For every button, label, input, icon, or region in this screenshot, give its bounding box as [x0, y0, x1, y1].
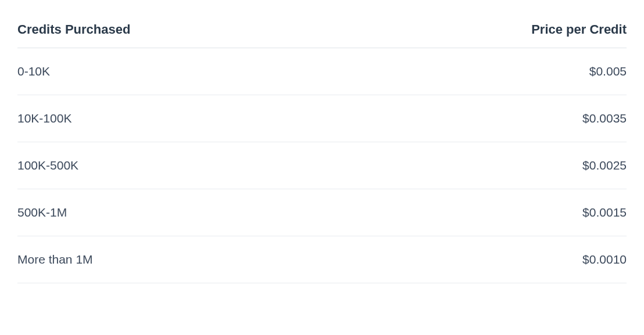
cell-price: $0.0025 — [582, 159, 627, 172]
header-price-per-credit: Price per Credit — [531, 22, 627, 37]
table-row: 500K-1M $0.0015 — [17, 189, 627, 236]
pricing-table: Credits Purchased Price per Credit 0-10K… — [17, 12, 627, 283]
cell-price: $0.005 — [589, 64, 627, 78]
table-row: 100K-500K $0.0025 — [17, 142, 627, 189]
cell-price: $0.0035 — [582, 111, 627, 125]
cell-price: $0.0015 — [582, 206, 627, 219]
table-row: 0-10K $0.005 — [17, 48, 627, 95]
cell-price: $0.0010 — [582, 253, 627, 266]
cell-credits: 100K-500K — [17, 159, 78, 172]
table-row: 10K-100K $0.0035 — [17, 95, 627, 142]
header-credits-purchased: Credits Purchased — [17, 22, 130, 37]
cell-credits: More than 1M — [17, 253, 93, 266]
cell-credits: 10K-100K — [17, 111, 71, 125]
cell-credits: 0-10K — [17, 64, 50, 78]
table-row: More than 1M $0.0010 — [17, 236, 627, 283]
cell-credits: 500K-1M — [17, 206, 67, 219]
table-header-row: Credits Purchased Price per Credit — [17, 12, 627, 48]
